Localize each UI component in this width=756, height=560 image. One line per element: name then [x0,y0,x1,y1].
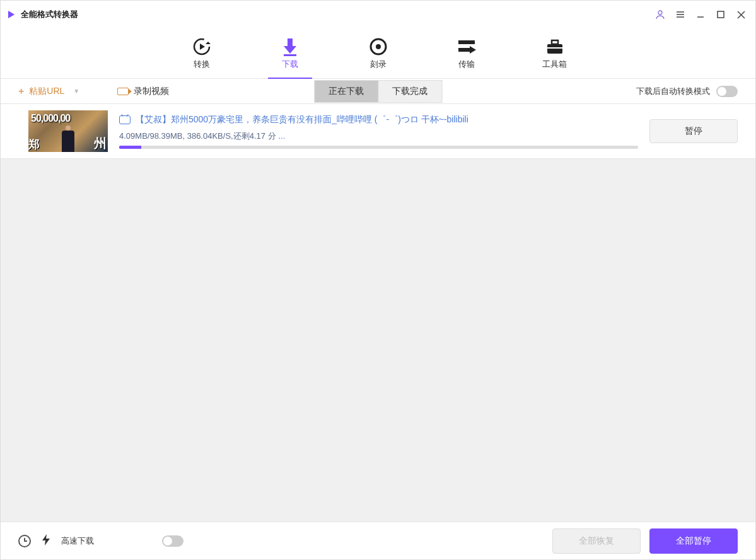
svg-point-9 [376,44,381,49]
download-info: 【艾叔】郑州5000万豪宅里，养条巨贵有没有排面_哔哩哔哩 (゜-゜)つロ 干杯… [119,114,638,149]
svg-marker-6 [284,46,296,54]
auto-convert-toggle[interactable] [716,86,738,97]
maximize-button[interactable] [714,8,728,21]
menu-icon[interactable] [673,8,687,21]
user-icon[interactable] [653,8,667,21]
bolt-icon [42,534,50,548]
main-tabs: 转换 下载 刻录 传输 工具箱 [1,28,755,79]
record-button[interactable]: 录制视频 [117,86,169,97]
svg-rect-1 [718,11,724,18]
tab-burn-label: 刻录 [370,59,387,70]
window-controls [653,8,748,21]
pause-all-button[interactable]: 全部暂停 [649,528,738,554]
svg-marker-3 [206,42,211,44]
footer: 高速下载 全部恢复 全部暂停 [1,522,755,559]
sub-tabs: 正在下载 下载完成 [314,80,442,103]
svg-point-0 [658,11,662,15]
download-list: 50,000,00 郑 州 【艾叔】郑州5000万豪宅里，养条巨贵有没有排面_哔… [1,104,755,535]
transfer-icon [457,36,476,57]
convert-icon [192,36,212,57]
tab-download[interactable]: 下载 [268,28,312,78]
subtab-completed[interactable]: 下载完成 [378,80,442,103]
fast-download-toggle[interactable] [162,535,183,547]
toolbox-icon [545,36,564,57]
tab-transfer-label: 传输 [458,59,475,70]
tab-convert-label: 转换 [194,59,210,70]
app-title: 全能格式转换器 [21,9,78,20]
bilibili-icon [119,115,131,124]
subtab-downloading[interactable]: 正在下载 [314,80,378,103]
auto-convert-label: 下载后自动转换模式 [636,86,710,97]
svg-rect-10 [458,40,475,44]
fast-download-label: 高速下载 [61,535,94,547]
plus-icon: + [18,86,24,97]
app-logo-icon [8,11,15,18]
tab-convert[interactable]: 转换 [180,28,224,78]
auto-convert: 下载后自动转换模式 [636,86,738,97]
tab-burn[interactable]: 刻录 [356,28,400,78]
video-thumbnail: 50,000,00 郑 州 [28,110,108,152]
svg-rect-7 [284,54,296,56]
svg-marker-12 [470,46,476,54]
close-button[interactable] [734,8,748,21]
download-icon [281,36,299,57]
download-status: 4.09MB/98.39MB, 386.04KB/S,还剩4.17 分... [119,131,638,142]
minimize-button[interactable] [694,8,707,21]
chevron-down-icon: ▼ [73,88,79,95]
progress-fill [119,146,141,149]
tab-download-label: 下载 [282,59,298,70]
svg-rect-11 [458,48,470,52]
tab-toolbox-label: 工具箱 [542,59,567,70]
schedule-icon[interactable] [18,535,31,547]
svg-marker-16 [42,534,50,545]
download-item: 50,000,00 郑 州 【艾叔】郑州5000万豪宅里，养条巨贵有没有排面_哔… [1,104,755,159]
svg-rect-13 [547,44,562,54]
svg-rect-14 [552,40,558,44]
svg-rect-15 [547,47,562,49]
svg-marker-4 [200,44,205,50]
titlebar: 全能格式转换器 [1,1,755,28]
toolbar: + 粘贴URL ▼ 录制视频 正在下载 下载完成 下载后自动转换模式 [1,79,755,104]
tab-transfer[interactable]: 传输 [445,28,489,78]
paste-url-button[interactable]: + 粘贴URL ▼ [18,86,79,97]
download-title: 【艾叔】郑州5000万豪宅里，养条巨贵有没有排面_哔哩哔哩 (゜-゜)つロ 干杯… [136,114,468,125]
tab-toolbox[interactable]: 工具箱 [533,28,577,78]
resume-all-button: 全部恢复 [552,528,641,554]
camera-icon [117,88,129,95]
progress-bar [119,146,638,149]
paste-url-label: 粘贴URL [29,86,64,97]
record-label: 录制视频 [134,86,169,97]
svg-rect-5 [288,38,293,46]
pause-button[interactable]: 暂停 [649,119,738,143]
burn-icon [369,36,388,57]
